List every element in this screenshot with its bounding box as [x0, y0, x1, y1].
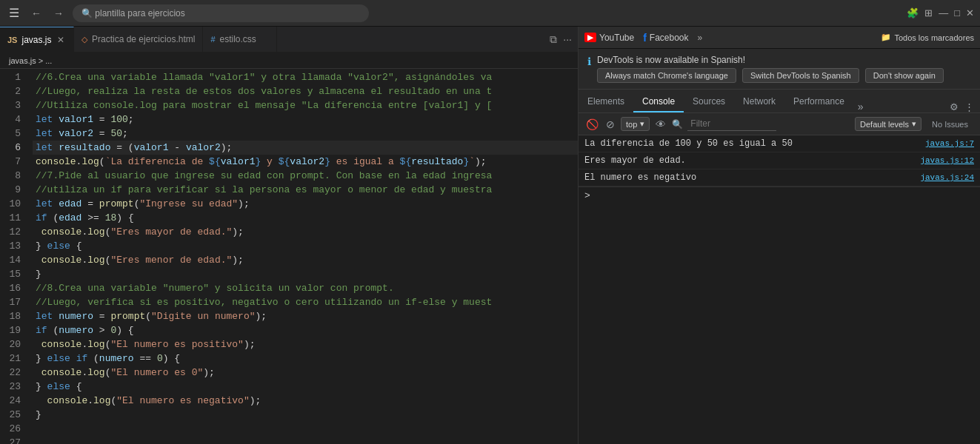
code-line-25: } — [33, 408, 578, 422]
line-num-7: 7 — [0, 155, 27, 169]
code-line-17: //Luego, verifica si es positivo, negati… — [33, 295, 578, 309]
code-line-14: console.log("Eres menor de edad."); — [33, 253, 578, 267]
devtools-notification-content: DevTools is now available in Spanish! Al… — [597, 55, 971, 83]
bookmark-facebook-label: Facebook — [650, 33, 689, 43]
breadcrumb-text: javas.js > ... — [9, 56, 52, 65]
console-text-1: La diferencia de 100 y 50 es igual a 50 — [584, 138, 919, 149]
code-lines[interactable]: //6.Crea una variable llamada "valor1" y… — [33, 69, 578, 444]
console-caret: > — [584, 190, 590, 201]
html-icon: ◇ — [81, 35, 87, 44]
bookmark-youtube-label: YouTube — [599, 33, 634, 43]
code-line-6: let resultado = (valor1 - valor2); — [33, 141, 578, 155]
line-num-14: 14 — [0, 253, 27, 267]
yt-icon: ▶ — [584, 33, 596, 42]
dont-show-again-button[interactable]: Don't show again — [865, 68, 944, 83]
search-icon: 🔍 — [81, 8, 93, 18]
console-source-1[interactable]: javas.js:7 — [925, 139, 974, 148]
line-numbers: 1 2 3 4 5 6 7 8 9 10 11 12 13 14 15 16 1… — [0, 69, 33, 444]
devtools-notification-text: DevTools is now available in Spanish! — [597, 55, 971, 65]
line-num-1: 1 — [0, 70, 27, 84]
line-num-3: 3 — [0, 98, 27, 112]
no-issues-label: No Issues — [926, 118, 974, 130]
js-icon: JS — [7, 36, 17, 44]
devtools-notification-buttons: Always match Chrome's language Switch De… — [597, 68, 971, 83]
code-line-15: } — [33, 267, 578, 281]
close-icon[interactable]: ✕ — [966, 7, 974, 18]
address-bar[interactable]: 🔍 plantilla para ejercicios — [73, 4, 369, 22]
line-num-20: 20 — [0, 337, 27, 352]
code-editor[interactable]: 1 2 3 4 5 6 7 8 9 10 11 12 13 14 15 16 1… — [0, 69, 578, 444]
console-text-2: Eres mayor de edad. — [584, 155, 914, 166]
tab-javas-js[interactable]: JS javas.js ✕ — [0, 27, 74, 53]
line-num-11: 11 — [0, 211, 27, 225]
extensions-icon[interactable]: 🧩 — [907, 7, 919, 18]
tab-estilo-css[interactable]: # estilo.css — [203, 27, 277, 53]
tab-network[interactable]: Network — [734, 92, 784, 112]
tab-sources[interactable]: Sources — [684, 92, 734, 112]
clear-console-icon[interactable]: 🚫 — [584, 117, 600, 132]
fb-icon: f — [643, 32, 647, 44]
minimize-icon[interactable]: — — [939, 7, 948, 18]
line-num-8: 8 — [0, 169, 27, 183]
line-num-21: 21 — [0, 352, 27, 366]
tab-elements[interactable]: Elements — [579, 92, 633, 112]
code-line-20: console.log("El numero es positivo"); — [33, 337, 578, 352]
line-num-22: 22 — [0, 366, 27, 380]
code-line-1: //6.Crea una variable llamada "valor1" y… — [33, 70, 578, 84]
back-button[interactable]: ← — [28, 7, 44, 19]
match-language-button[interactable]: Always match Chrome's language — [597, 68, 736, 83]
browser-right-icons: 🧩 ⊞ — □ ✕ — [907, 7, 974, 18]
hamburger-icon[interactable]: ☰ — [6, 6, 22, 20]
console-text-3: El numero es negativo — [584, 172, 914, 183]
code-line-18: let numero = prompt("Digite un numero"); — [33, 309, 578, 323]
bookmarks-folder-label: Todos los marcadores — [894, 33, 974, 42]
bookmark-facebook[interactable]: f Facebook — [643, 32, 688, 44]
grid-icon[interactable]: ⊞ — [924, 7, 933, 18]
code-line-21: } else if (numero == 0) { — [33, 352, 578, 366]
code-line-19: if (numero > 0) { — [33, 323, 578, 337]
more-actions-icon[interactable]: ··· — [563, 33, 572, 45]
line-num-16: 16 — [0, 281, 27, 295]
tab-practica-html[interactable]: ◇ Practica de ejercicios.html — [74, 27, 203, 53]
bookmark-more-icon[interactable]: » — [698, 33, 703, 43]
split-editor-icon[interactable]: ⧉ — [550, 33, 557, 46]
line-num-18: 18 — [0, 309, 27, 323]
code-line-13: } else { — [33, 239, 578, 253]
console-source-3[interactable]: javas.js:24 — [920, 173, 974, 182]
context-dropdown-icon: ▾ — [640, 119, 644, 129]
more-options-icon[interactable]: ⋮ — [964, 101, 974, 112]
devtools-notification: ℹ DevTools is now available in Spanish! … — [579, 49, 980, 90]
console-prompt-row: > — [579, 186, 980, 204]
filter-input[interactable] — [687, 117, 776, 131]
folder-icon: 📁 — [881, 33, 891, 42]
tab-console[interactable]: Console — [633, 92, 684, 112]
tab-performance[interactable]: Performance — [784, 92, 853, 112]
filter-toggle-icon[interactable]: ⊘ — [604, 117, 616, 132]
more-tabs-icon[interactable]: » — [853, 101, 868, 112]
forward-button[interactable]: → — [50, 7, 67, 19]
console-input[interactable] — [595, 191, 974, 201]
code-line-16: //8.Crea una variable "numero" y solicit… — [33, 281, 578, 295]
info-icon: ℹ — [587, 56, 591, 67]
tab-practica-html-label: Practica de ejercicios.html — [92, 34, 195, 44]
settings-icon[interactable]: ⚙ — [950, 101, 959, 112]
levels-selector[interactable]: Default levels ▾ — [855, 117, 921, 131]
tab-actions: ⧉ ··· — [550, 33, 578, 46]
context-label: top — [626, 120, 637, 129]
tab-javas-js-label: javas.js — [21, 35, 51, 45]
console-source-2[interactable]: javas.js:12 — [920, 156, 974, 165]
bookmarks-folder[interactable]: 📁 Todos los marcadores — [881, 33, 974, 42]
maximize-icon[interactable]: □ — [954, 7, 960, 18]
code-line-27 — [33, 436, 578, 444]
context-selector[interactable]: top ▾ — [621, 117, 650, 131]
devtools-tab-icons: ⚙ ⋮ — [950, 101, 980, 112]
line-num-17: 17 — [0, 295, 27, 309]
switch-devtools-button[interactable]: Switch DevTools to Spanish — [742, 68, 859, 83]
eye-icon[interactable]: 👁 — [654, 117, 667, 132]
bookmark-youtube[interactable]: ▶ YouTube — [584, 33, 634, 43]
console-row-2: Eres mayor de edad. javas.js:12 — [579, 152, 980, 169]
breadcrumb: javas.js > ... — [0, 53, 578, 69]
devtools-toolbar: 🚫 ⊘ top ▾ 👁 🔍 Default levels ▾ No Issues — [579, 113, 980, 135]
line-num-24: 24 — [0, 394, 27, 408]
tab-javas-js-close[interactable]: ✕ — [57, 35, 64, 45]
